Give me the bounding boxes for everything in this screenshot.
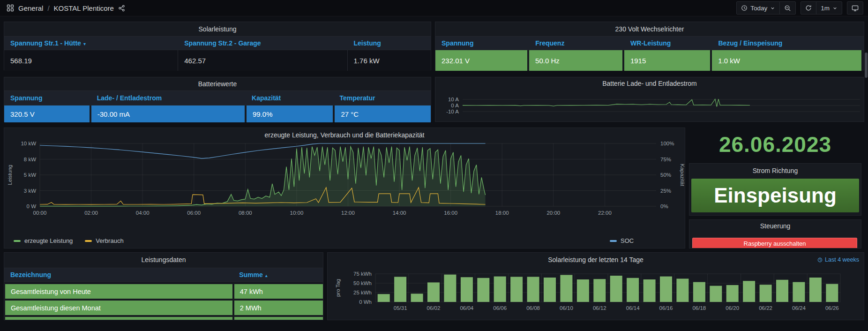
- bar[interactable]: [726, 285, 739, 302]
- inverter-table-values: 232.01 V50.0 Hz19151.0 kW: [435, 50, 864, 71]
- column-header[interactable]: Bezeichnung: [4, 271, 233, 278]
- bar[interactable]: [793, 282, 805, 302]
- column-header[interactable]: Bezug / Einspeisung: [712, 39, 864, 47]
- panel-steuerung: Steuerung Raspberry ausschalten: [689, 219, 861, 248]
- panel-title[interactable]: Strom Richtung: [689, 164, 861, 178]
- value-cell: 27 °C: [335, 105, 431, 122]
- panel-title[interactable]: Leistungsdaten: [4, 253, 323, 267]
- zoom-out-button[interactable]: [780, 2, 795, 14]
- column-header[interactable]: Spannung: [4, 94, 91, 102]
- row-value-cell: 2 MWh: [234, 301, 323, 315]
- bar[interactable]: [577, 279, 589, 302]
- monitor-icon: [852, 5, 859, 12]
- column-header[interactable]: Leistung: [348, 39, 431, 47]
- battery-current-chart[interactable]: 10 A0 A-10 A: [435, 90, 864, 121]
- bar[interactable]: [378, 294, 390, 302]
- bar[interactable]: [660, 277, 672, 302]
- bar[interactable]: [461, 277, 473, 302]
- svg-text:05/31: 05/31: [394, 305, 407, 311]
- panel-title[interactable]: 230 Volt Wechselrichter: [435, 22, 864, 36]
- direction-value: Einspeisung: [691, 179, 859, 212]
- svg-text:100%: 100%: [660, 141, 674, 146]
- bar[interactable]: [676, 278, 688, 302]
- bar[interactable]: [427, 282, 440, 302]
- panel-leistung-tag-chart: erzeugte Leistung, Verbrauch und die Bat…: [4, 128, 685, 248]
- svg-text:06/14: 06/14: [626, 305, 640, 311]
- refresh-interval-label: 1m: [821, 5, 830, 12]
- svg-text:-10 A: -10 A: [446, 109, 459, 114]
- column-header[interactable]: Frequenz: [529, 39, 624, 47]
- bar[interactable]: [527, 277, 539, 302]
- svg-text:3 kW: 3 kW: [24, 188, 36, 194]
- bar[interactable]: [394, 277, 406, 302]
- panel-title[interactable]: Batterie Lade- und Entladestrom: [435, 77, 864, 90]
- svg-text:06/18: 06/18: [692, 305, 706, 311]
- bar[interactable]: [644, 279, 656, 302]
- breadcrumb-dashboard-title[interactable]: KOSTAL Plenticore: [54, 4, 114, 12]
- legend-item[interactable]: Verbrauch: [85, 237, 123, 244]
- power-table-rows: Gesamtleistung von Heute47 kWhGesamtleis…: [4, 282, 323, 320]
- panel-title[interactable]: Solarleistung: [4, 22, 431, 36]
- column-header[interactable]: Temperatur: [334, 94, 431, 102]
- column-header[interactable]: WR-Leistung: [624, 39, 712, 47]
- refresh-interval-button[interactable]: 1m: [816, 2, 842, 14]
- bar[interactable]: [593, 279, 606, 302]
- legend-item[interactable]: SOC: [610, 237, 634, 244]
- dashboards-grid-icon[interactable]: [7, 4, 14, 12]
- panel-title[interactable]: Batteriewerte: [4, 77, 431, 90]
- bar[interactable]: [627, 278, 639, 302]
- solar-14-day-bar-chart[interactable]: 0 Wh25 kWh50 kWh75 kWh05/3106/0206/0406/…: [328, 253, 864, 320]
- time-range-button[interactable]: Today: [737, 2, 780, 14]
- panel-230v-wechselrichter: 230 Volt Wechselrichter SpannungFrequenz…: [435, 22, 864, 70]
- panel-solarleistung: Solarleistung Spannung Str.1 - Hütte▾Spa…: [4, 22, 431, 70]
- bar[interactable]: [776, 280, 788, 302]
- bar[interactable]: [510, 277, 523, 302]
- svg-text:50 kWh: 50 kWh: [353, 280, 372, 286]
- legend-swatch: [14, 240, 21, 242]
- svg-text:04:00: 04:00: [136, 210, 150, 216]
- time-controls-group: Today: [736, 1, 796, 15]
- column-header[interactable]: Summe▴: [233, 271, 322, 278]
- legend-label: erzeugte Leistung: [24, 237, 73, 244]
- bar[interactable]: [494, 277, 506, 302]
- row-value-cell: 47 kWh: [234, 284, 323, 299]
- bar[interactable]: [544, 278, 556, 302]
- share-icon[interactable]: [118, 5, 125, 12]
- svg-text:06/20: 06/20: [726, 305, 739, 311]
- row-label-cell: Gesamtleistung diesen Monat: [5, 301, 232, 315]
- svg-text:06/02: 06/02: [427, 305, 441, 311]
- refresh-controls-group: 1m: [801, 1, 842, 15]
- column-header[interactable]: Spannung: [435, 39, 529, 47]
- column-header[interactable]: Lade- / Entladestrom: [91, 94, 246, 102]
- column-header[interactable]: Spannung Str.1 - Hütte▾: [4, 39, 178, 47]
- legend-item[interactable]: erzeugte Leistung: [14, 237, 73, 244]
- row-value-cell: 5 MWh: [234, 317, 323, 320]
- refresh-button[interactable]: [801, 2, 816, 14]
- svg-text:06:00: 06:00: [187, 210, 201, 216]
- bar[interactable]: [760, 285, 772, 302]
- bar[interactable]: [560, 275, 572, 302]
- bar[interactable]: [477, 278, 489, 302]
- breadcrumb-folder[interactable]: General: [18, 4, 43, 12]
- solar-table-header: Spannung Str.1 - Hütte▾Spannung Str.2 - …: [4, 36, 431, 50]
- bar[interactable]: [809, 278, 822, 302]
- inverter-table-header: SpannungFrequenzWR-LeistungBezug / Einsp…: [435, 36, 864, 50]
- column-header[interactable]: Spannung Str.2 - Garage: [178, 39, 347, 47]
- bar[interactable]: [826, 284, 838, 302]
- raspberry-shutdown-button[interactable]: Raspberry ausschalten: [692, 238, 857, 248]
- tv-mode-button[interactable]: [847, 2, 863, 14]
- bar[interactable]: [710, 286, 722, 302]
- battery-table-header: SpannungLade- / EntladestromKapazitätTem…: [4, 90, 431, 105]
- svg-text:25 kWh: 25 kWh: [353, 290, 372, 295]
- bar[interactable]: [693, 282, 705, 302]
- bar[interactable]: [743, 281, 755, 302]
- bar[interactable]: [610, 276, 622, 302]
- value-cell: 462.57: [178, 50, 347, 71]
- panel-title[interactable]: Steuerung: [689, 220, 861, 232]
- bar[interactable]: [444, 275, 456, 302]
- scrollbar-thumb[interactable]: [865, 53, 868, 78]
- column-header[interactable]: Kapazität: [246, 94, 333, 102]
- bar[interactable]: [411, 293, 423, 302]
- power-day-chart[interactable]: 00:0002:0004:0006:0008:0010:0012:0014:00…: [4, 128, 685, 234]
- svg-text:0%: 0%: [660, 203, 668, 209]
